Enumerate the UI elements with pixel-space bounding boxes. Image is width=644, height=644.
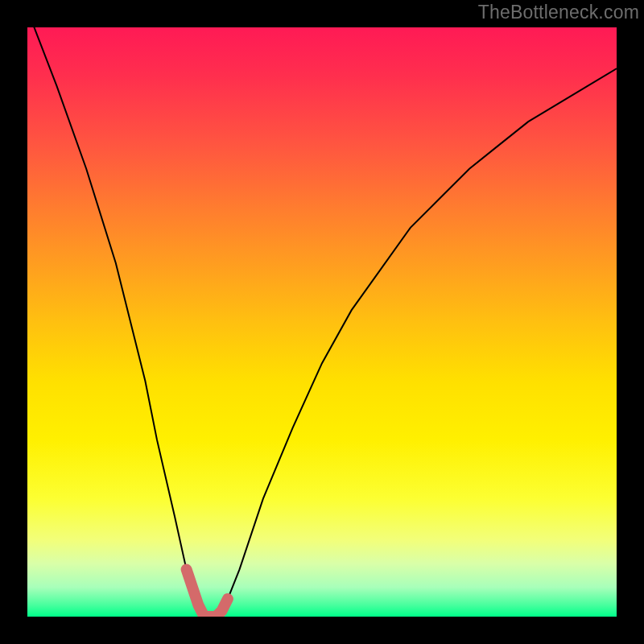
watermark-text: TheBottleneck.com [478,2,639,23]
bottleneck-curve [27,27,617,617]
chart-svg [27,27,617,617]
plot-area [27,27,617,617]
chart-frame: TheBottleneck.com [0,0,644,644]
match-region-marker [187,569,228,617]
